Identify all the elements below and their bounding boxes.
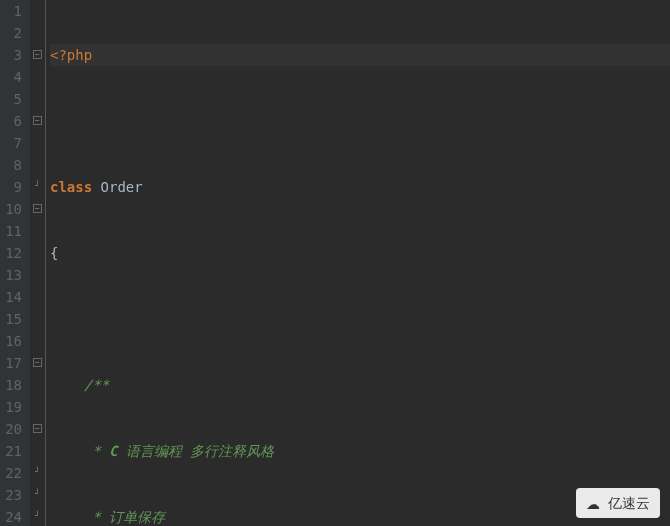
line-number: 11	[0, 220, 22, 242]
doc-comment-star: *	[84, 443, 109, 459]
line-number: 4	[0, 66, 22, 88]
watermark-badge: 亿速云	[576, 488, 660, 518]
keyword-class: class	[50, 179, 92, 195]
code-line[interactable]: {	[50, 242, 670, 264]
line-number: 12	[0, 242, 22, 264]
line-number: 6	[0, 110, 22, 132]
line-number: 16	[0, 330, 22, 352]
line-number-gutter: 1 2 3 4 5 6 7 8 9 10 11 12 13 14 15 16 1…	[0, 0, 30, 526]
line-number: 9	[0, 176, 22, 198]
line-number: 24	[0, 506, 22, 526]
php-tag: <?php	[50, 47, 92, 63]
brace: {	[50, 245, 58, 261]
fold-close-icon[interactable]: ┘	[33, 468, 42, 477]
code-line[interactable]: <?php	[50, 44, 670, 66]
line-number: 7	[0, 132, 22, 154]
line-number: 2	[0, 22, 22, 44]
line-number: 22	[0, 462, 22, 484]
code-line[interactable]: * C 语言编程 多行注释风格	[50, 440, 670, 462]
doc-text: 语言编程 多行注释风格	[117, 443, 274, 459]
line-number: 14	[0, 286, 22, 308]
line-number: 13	[0, 264, 22, 286]
line-number: 20	[0, 418, 22, 440]
fold-close-icon[interactable]: ┘	[33, 490, 42, 499]
code-area[interactable]: <?php class Order { /** * C 语言编程 多行注释风格 …	[46, 0, 670, 526]
fold-toggle-icon[interactable]: −	[33, 358, 42, 367]
fold-toggle-icon[interactable]: −	[33, 50, 42, 59]
line-number: 15	[0, 308, 22, 330]
watermark-text: 亿速云	[608, 492, 650, 514]
class-name: Order	[92, 179, 143, 195]
fold-gutter: − − ┘ − − − ┘ ┘ ┘	[30, 0, 46, 526]
line-number: 21	[0, 440, 22, 462]
cloud-icon	[586, 497, 604, 509]
line-number: 19	[0, 396, 22, 418]
fold-close-icon[interactable]: ┘	[33, 512, 42, 521]
fold-toggle-icon[interactable]: −	[33, 204, 42, 213]
line-number: 17	[0, 352, 22, 374]
fold-toggle-icon[interactable]: −	[33, 424, 42, 433]
code-line[interactable]: /**	[50, 374, 670, 396]
fold-close-icon[interactable]: ┘	[33, 182, 42, 191]
line-number: 8	[0, 154, 22, 176]
line-number: 3	[0, 44, 22, 66]
code-line[interactable]: class Order	[50, 176, 670, 198]
line-number: 1	[0, 0, 22, 22]
line-number: 18	[0, 374, 22, 396]
code-editor: 1 2 3 4 5 6 7 8 9 10 11 12 13 14 15 16 1…	[0, 0, 670, 526]
doc-comment: /**	[84, 377, 109, 393]
line-number: 23	[0, 484, 22, 506]
line-number: 10	[0, 198, 22, 220]
code-line[interactable]	[50, 110, 670, 132]
line-number: 5	[0, 88, 22, 110]
fold-toggle-icon[interactable]: −	[33, 116, 42, 125]
code-line[interactable]	[50, 308, 670, 330]
doc-text: 订单保存	[109, 509, 165, 525]
doc-comment-star: *	[84, 509, 109, 525]
